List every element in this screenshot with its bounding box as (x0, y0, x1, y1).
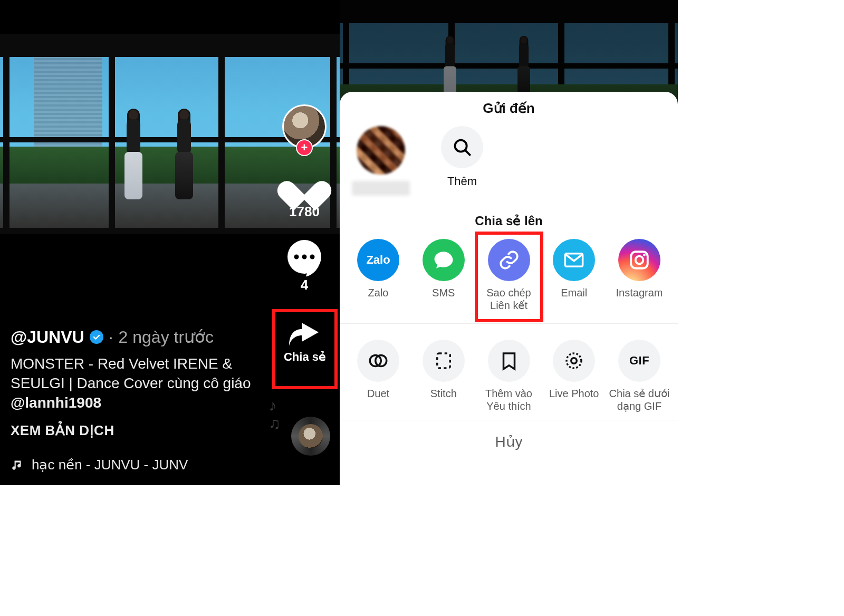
comment-count: 4 (301, 277, 308, 293)
sms-icon (423, 239, 465, 281)
post-time: 2 ngày trước (119, 327, 214, 347)
share-icon (288, 320, 322, 347)
share-copy-link[interactable]: Sao chép Liên kết (478, 237, 540, 312)
gif-icon: GIF (618, 340, 660, 382)
post-meta: @JUNVU · 2 ngày trước MONSTER - Red Velv… (11, 327, 261, 473)
share-sheet-screen: Gửi đến Thêm Chia sẻ lên Zalo Zalo (340, 0, 678, 485)
actions-row: Duet Stitch Thêm vào Yêu thích (340, 338, 678, 412)
username[interactable]: @JUNVU (11, 328, 84, 347)
sound-disc[interactable] (291, 417, 330, 456)
action-rail: + 1780 4 (275, 104, 333, 293)
instagram-icon (618, 239, 660, 281)
send-more-button[interactable]: Thêm (430, 126, 494, 188)
contact-name-blurred (352, 181, 410, 196)
duet-icon (357, 340, 399, 382)
send-to-title: Gửi đến (340, 100, 678, 117)
share-targets-row: Zalo Zalo SMS Sao chép Liên kết (340, 237, 678, 324)
svg-point-5 (643, 254, 646, 256)
share-email[interactable]: Email (543, 237, 605, 312)
mention[interactable]: @lannhi1908 (11, 394, 101, 411)
sound-row[interactable]: hạc nền - JUNVU - JUNV (11, 457, 261, 473)
share-to-title: Chia sẻ lên (340, 214, 678, 228)
action-stitch[interactable]: Stitch (413, 338, 475, 412)
action-live-photo[interactable]: Live Photo (543, 338, 605, 412)
share-zalo[interactable]: Zalo Zalo (347, 237, 409, 312)
follow-plus-icon[interactable]: + (296, 139, 313, 156)
send-contact[interactable] (349, 126, 413, 196)
svg-point-10 (567, 353, 581, 368)
action-gif[interactable]: GIF Chia sẻ dưới dạng GIF (608, 338, 670, 412)
share-sms[interactable]: SMS (413, 237, 475, 312)
contact-avatar-blurred (357, 126, 405, 175)
svg-point-9 (571, 358, 577, 364)
svg-line-1 (465, 150, 471, 156)
email-icon (553, 239, 595, 281)
comment-icon (287, 240, 321, 274)
stitch-icon (423, 340, 465, 382)
creator-avatar[interactable]: + (282, 104, 327, 149)
search-icon (441, 126, 483, 168)
live-photo-icon (553, 340, 595, 382)
share-instagram[interactable]: Instagram (608, 237, 670, 312)
sound-text: hạc nền - JUNVU - JUNV (32, 457, 188, 473)
share-label: Chia sẻ (275, 350, 334, 364)
copy-link-highlight (475, 232, 543, 322)
action-duet[interactable]: Duet (347, 338, 409, 412)
video-feed-screen: + 1780 4 Chia sẻ ♪♫ @JUNVU · (0, 0, 340, 485)
share-sheet: Gửi đến Thêm Chia sẻ lên Zalo Zalo (340, 92, 678, 485)
action-favorite[interactable]: Thêm vào Yêu thích (478, 338, 540, 412)
caption[interactable]: MONSTER - Red Velvet IRENE & SEULGI | Da… (11, 354, 253, 413)
zalo-icon: Zalo (357, 239, 399, 281)
svg-point-0 (455, 140, 467, 152)
svg-point-4 (636, 256, 644, 264)
more-label: Thêm (447, 175, 477, 188)
share-button-highlight[interactable]: Chia sẻ (272, 309, 338, 389)
comment-button[interactable]: 4 (287, 240, 321, 293)
floating-note-icons: ♪♫ (269, 397, 281, 432)
like-button[interactable]: 1780 (287, 169, 322, 220)
dot-separator: · (109, 328, 113, 347)
verified-badge-icon (90, 330, 103, 344)
bookmark-icon (488, 340, 530, 382)
music-note-icon (11, 458, 24, 471)
see-translation-button[interactable]: XEM BẢN DỊCH (11, 422, 261, 439)
cancel-button[interactable]: Hủy (340, 420, 678, 450)
svg-rect-8 (437, 353, 450, 368)
heart-icon (287, 169, 322, 200)
